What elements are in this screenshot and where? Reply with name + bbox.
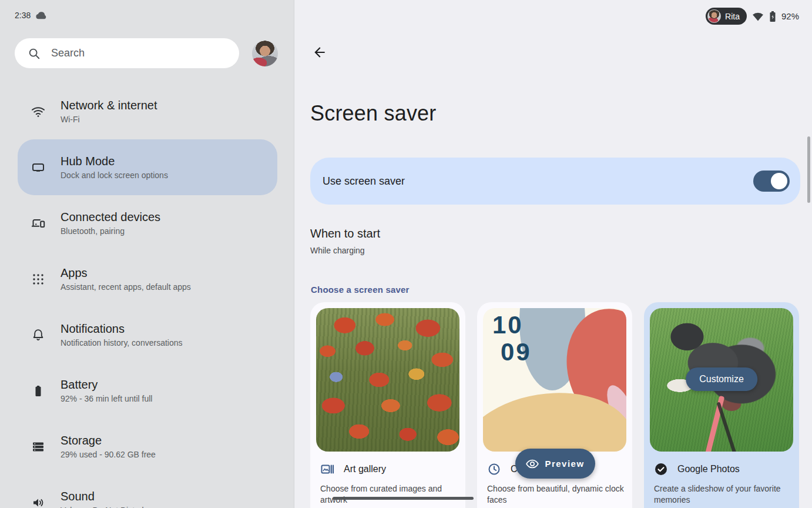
card-description: Create a slideshow of your favorite memo… [654, 483, 791, 506]
preview-button-label: Preview [545, 459, 584, 469]
sidebar-item-connected-devices[interactable]: Connected devices Bluetooth, pairing [18, 195, 277, 251]
art-gallery-icon [320, 462, 334, 476]
card-description: Choose from beautiful, dynamic clock fac… [487, 483, 625, 506]
sidebar-item-network-internet[interactable]: Network & internet Wi-Fi [18, 83, 277, 139]
use-screen-saver-toggle[interactable] [753, 171, 790, 192]
search-row: Search [15, 38, 279, 68]
sidebar-item-battery[interactable]: Battery 92% - 36 min left until full [18, 363, 277, 419]
sound-speaker-icon [31, 496, 45, 508]
card-art-gallery[interactable]: Art gallery Choose from curated images a… [310, 302, 465, 508]
sidebar-item-sublabel: 29% used - 90.62 GB free [61, 450, 156, 460]
storage-icon [31, 440, 45, 454]
eye-icon [526, 459, 539, 469]
settings-sidebar: 2:38 Search Network & internet Wi-Fi [0, 0, 294, 508]
dog-leash [703, 396, 725, 452]
when-to-start-value: While charging [310, 246, 380, 255]
screen-saver-panel: Rita 92% Screen saver Use screen saver W… [294, 0, 812, 508]
connected-devices-icon [31, 216, 45, 230]
hub-display-icon [31, 161, 45, 175]
toggle-thumb [771, 173, 787, 189]
sidebar-item-label: Notifications [61, 322, 183, 336]
sidebar-item-sound[interactable]: Sound Volume, Do Not Disturb [18, 474, 277, 508]
sidebar-item-label: Apps [61, 266, 191, 280]
dog-harness [716, 402, 737, 452]
vertical-scrollbar-thumb[interactable] [807, 136, 810, 203]
profile-avatar[interactable] [252, 41, 278, 66]
settings-nav: Network & internet Wi-Fi Hub Mode Dock a… [0, 83, 294, 508]
battery-icon [31, 384, 45, 398]
status-bar-right: Rita 92% [706, 8, 799, 25]
sidebar-item-notifications[interactable]: Notifications Notification history, conv… [18, 307, 277, 363]
customize-button[interactable]: Customize [686, 367, 757, 391]
search-input[interactable]: Search [15, 38, 239, 68]
use-screen-saver-row[interactable]: Use screen saver [310, 158, 800, 205]
sidebar-item-label: Battery [61, 377, 152, 392]
sidebar-item-storage[interactable]: Storage 29% used - 90.62 GB free [18, 419, 277, 474]
wifi-icon [31, 105, 45, 119]
sidebar-item-label: Sound [61, 489, 146, 504]
use-screen-saver-label: Use screen saver [323, 175, 405, 188]
sidebar-item-label: Storage [61, 433, 156, 448]
sidebar-item-apps[interactable]: Apps Assistant, recent apps, default app… [18, 251, 277, 307]
card-label: Art gallery [344, 464, 386, 474]
check-circle-icon [654, 462, 668, 476]
status-time: 2:38 [15, 11, 31, 20]
screen-saver-cards: Art gallery Choose from curated images a… [310, 302, 799, 508]
sidebar-item-sublabel: 92% - 36 min left until full [61, 394, 152, 404]
clock-preview-image: 10 09 [483, 308, 626, 452]
search-icon [28, 47, 41, 60]
sidebar-item-sublabel: Bluetooth, pairing [61, 226, 160, 236]
search-placeholder: Search [51, 47, 85, 59]
google-photos-preview-image: Customize [650, 308, 793, 452]
card-google-photos[interactable]: Customize Google Photos Create a slidesh… [644, 302, 799, 508]
clock-preview-time: 10 09 [492, 312, 532, 366]
card-description: Choose from curated images and artwork [320, 483, 458, 506]
art-gallery-preview-image [316, 308, 459, 452]
sidebar-item-label: Connected devices [61, 210, 160, 225]
preview-button[interactable]: Preview [515, 449, 595, 479]
back-arrow-icon [312, 45, 327, 60]
battery-percent-text: 92% [781, 11, 799, 21]
sidebar-item-hub-mode[interactable]: Hub Mode Dock and lock screen options [18, 139, 277, 195]
user-chip-avatar [707, 9, 721, 23]
when-to-start-row[interactable]: When to start While charging [310, 227, 380, 255]
status-bar-left: 2:38 [15, 11, 47, 20]
active-user-chip[interactable]: Rita [706, 8, 747, 25]
clock-icon [487, 462, 501, 476]
sidebar-item-sublabel: Notification history, conversations [61, 338, 183, 348]
wifi-status-icon [752, 11, 764, 21]
card-label: Google Photos [677, 464, 740, 474]
battery-charging-icon [769, 11, 776, 22]
sidebar-item-sublabel: Wi-Fi [61, 115, 157, 125]
hub-mode-settings-screen: 2:38 Search Network & internet Wi-Fi [0, 0, 812, 508]
sidebar-item-sublabel: Dock and lock screen options [61, 171, 168, 181]
page-title: Screen saver [310, 101, 437, 126]
sidebar-item-sublabel: Assistant, recent apps, default apps [61, 282, 191, 292]
sidebar-item-label: Network & internet [61, 98, 157, 113]
cloud-icon [35, 11, 47, 20]
when-to-start-label: When to start [310, 227, 380, 240]
notifications-bell-icon [31, 328, 45, 342]
chooser-heading: Choose a screen saver [311, 285, 410, 295]
sidebar-item-sublabel: Volume, Do Not Disturb [61, 506, 146, 508]
horizontal-scrollbar-thumb[interactable] [333, 497, 474, 500]
back-button[interactable] [310, 44, 329, 62]
user-chip-name: Rita [725, 12, 740, 21]
apps-grid-icon [31, 272, 45, 286]
sidebar-item-label: Hub Mode [61, 154, 168, 169]
